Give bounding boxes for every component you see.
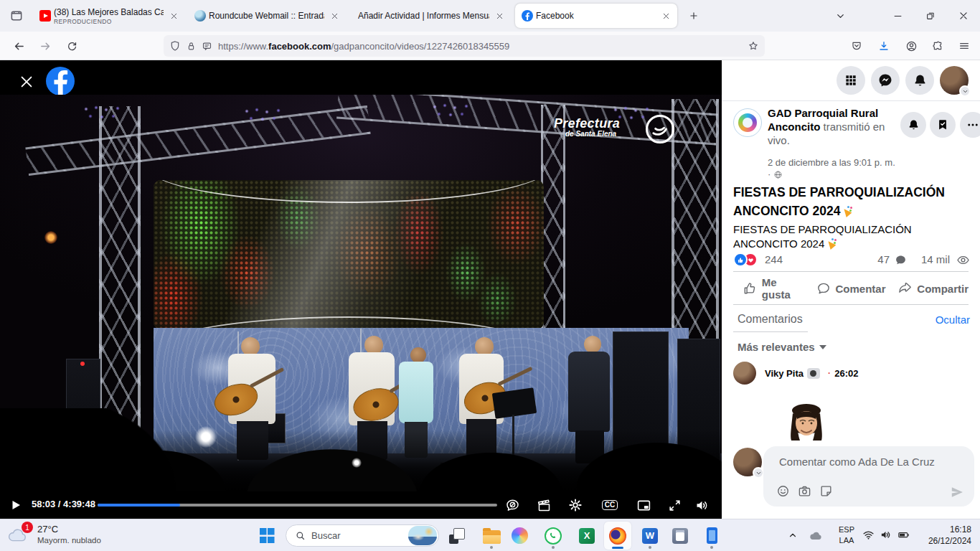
language-indicator[interactable]: ESP LAA — [834, 524, 859, 546]
share-button[interactable]: Compartir — [892, 273, 974, 303]
comment-button[interactable]: Comentar — [810, 273, 892, 303]
send-button[interactable] — [950, 485, 964, 499]
window-minimize-button[interactable] — [881, 0, 914, 32]
composer-avatar[interactable] — [733, 448, 762, 476]
battery-tray-icon[interactable] — [897, 529, 910, 541]
windows-logo-icon — [260, 528, 275, 543]
pocket-icon — [851, 40, 862, 52]
tab-close-button[interactable] — [166, 9, 181, 23]
post-notifications-button[interactable] — [900, 112, 926, 138]
comments-count[interactable]: 47 — [877, 253, 890, 265]
comment-timestamp[interactable]: 26:02 — [834, 368, 858, 379]
address-bar[interactable]: https://www.facebook.com/gadpanconcito/v… — [164, 35, 765, 57]
wifi-tray-icon[interactable] — [862, 529, 875, 541]
thumb-icon — [737, 256, 745, 264]
tab-close-button[interactable] — [327, 9, 341, 23]
emoji-icon[interactable] — [776, 484, 790, 498]
comment-input[interactable]: Comentar como Ada De La Cruz — [763, 446, 974, 507]
page-avatar[interactable] — [733, 108, 762, 137]
settings-button[interactable] — [567, 496, 584, 514]
excel-button[interactable]: X — [573, 522, 600, 550]
copilot-icon — [512, 527, 528, 544]
comments-sort-dropdown[interactable]: Más relevantes — [738, 341, 826, 353]
browser-toolbar: https://www.facebook.com/gadpanconcito/v… — [0, 32, 980, 60]
commenter-name[interactable]: Viky Pita — [765, 368, 804, 379]
apps-grid-button[interactable] — [837, 66, 865, 95]
progress-bar[interactable] — [98, 504, 497, 507]
phone-link-button[interactable] — [698, 522, 725, 550]
clip-button[interactable] — [535, 496, 552, 514]
post-saved-button[interactable] — [930, 112, 956, 138]
calculator-button[interactable] — [666, 522, 694, 550]
play-button[interactable] — [7, 496, 24, 514]
onedrive-tray-icon[interactable] — [808, 529, 824, 543]
volume-tray-icon[interactable] — [880, 529, 892, 541]
forward-button[interactable] — [35, 36, 55, 56]
volume-button[interactable] — [693, 496, 710, 514]
window-close-button[interactable] — [947, 0, 980, 32]
tab-close-button[interactable] — [659, 9, 673, 23]
tab-close-button[interactable] — [492, 9, 507, 23]
notifications-button[interactable] — [905, 66, 934, 95]
lock-icon[interactable] — [186, 41, 197, 52]
sticker-icon[interactable] — [819, 484, 833, 498]
post-more-button[interactable] — [960, 112, 980, 138]
language-line1: ESP — [834, 524, 859, 535]
account-button[interactable] — [901, 36, 921, 56]
comment-avatar-sticker[interactable] — [786, 403, 827, 441]
clock-widget[interactable]: 16:18 26/12/2024 — [928, 524, 971, 547]
word-button[interactable]: W — [636, 522, 664, 550]
tab-roundcube[interactable]: Roundcube Webmail :: Entrada — [188, 4, 346, 28]
shield-icon[interactable] — [169, 40, 181, 52]
copilot-button[interactable] — [506, 522, 533, 550]
permissions-icon[interactable] — [202, 41, 212, 52]
fullscreen-button[interactable] — [666, 496, 683, 514]
close-icon — [170, 12, 178, 20]
post-timestamp[interactable]: 2 de diciembre a las 9:01 p. m. · — [768, 157, 895, 180]
hidden-icons-button[interactable] — [788, 530, 798, 540]
weather-temperature[interactable]: 27°C — [37, 524, 58, 534]
search-highlight-image[interactable] — [408, 526, 437, 545]
weather-condition[interactable]: Mayorm. nublado — [37, 536, 101, 545]
reload-button[interactable] — [62, 36, 82, 56]
tab-youtube[interactable]: (38) Las Mejores Baladas Cancio REPRODUC… — [33, 4, 185, 28]
firefox-view-button[interactable] — [7, 6, 26, 25]
task-view-button[interactable] — [443, 522, 471, 550]
window-restore-button[interactable] — [914, 0, 947, 32]
account-icon — [905, 40, 918, 52]
captions-button[interactable]: CC — [601, 496, 618, 514]
views-count[interactable]: 14 mil — [921, 253, 950, 265]
back-button[interactable] — [9, 36, 29, 56]
video-frame[interactable]: Prefectura de Santa Elena — [0, 95, 722, 491]
hide-comments-link[interactable]: Ocultar — [936, 314, 970, 326]
like-button[interactable]: Me gusta — [727, 273, 810, 303]
stage-lights — [428, 103, 479, 118]
messenger-button[interactable] — [871, 66, 900, 95]
share-label: Compartir — [917, 283, 969, 295]
file-explorer-button[interactable] — [478, 522, 505, 550]
facebook-logo[interactable] — [46, 67, 75, 95]
menu-button[interactable] — [954, 36, 974, 56]
commenter-avatar[interactable] — [733, 362, 756, 385]
start-button[interactable] — [253, 522, 281, 550]
camera-icon[interactable] — [798, 484, 811, 498]
whatsapp-button[interactable] — [540, 522, 567, 550]
firefox-button[interactable] — [604, 522, 631, 550]
comments-toggle-button[interactable] — [504, 496, 521, 514]
close-video-button[interactable] — [19, 74, 34, 90]
reactions-count[interactable]: 244 — [765, 253, 783, 265]
tab-list-button[interactable] — [824, 0, 857, 32]
comments-header[interactable]: Comentarios — [738, 313, 803, 326]
like-reaction-icon[interactable] — [733, 253, 748, 267]
new-tab-button[interactable] — [684, 6, 703, 25]
pocket-button[interactable] — [847, 36, 867, 56]
tab-facebook-active[interactable]: Facebook — [515, 4, 677, 28]
extensions-button[interactable] — [928, 36, 948, 56]
taskbar-search[interactable]: Buscar — [286, 524, 439, 547]
avatar-chevron-badge — [753, 467, 764, 479]
downloads-button[interactable] — [874, 36, 894, 56]
bookmark-star-icon[interactable] — [748, 40, 759, 52]
tab-informes[interactable]: Añadir Actividad | Informes Mensua — [349, 4, 511, 28]
account-avatar[interactable] — [940, 66, 969, 95]
picture-in-picture-button[interactable] — [635, 496, 652, 514]
